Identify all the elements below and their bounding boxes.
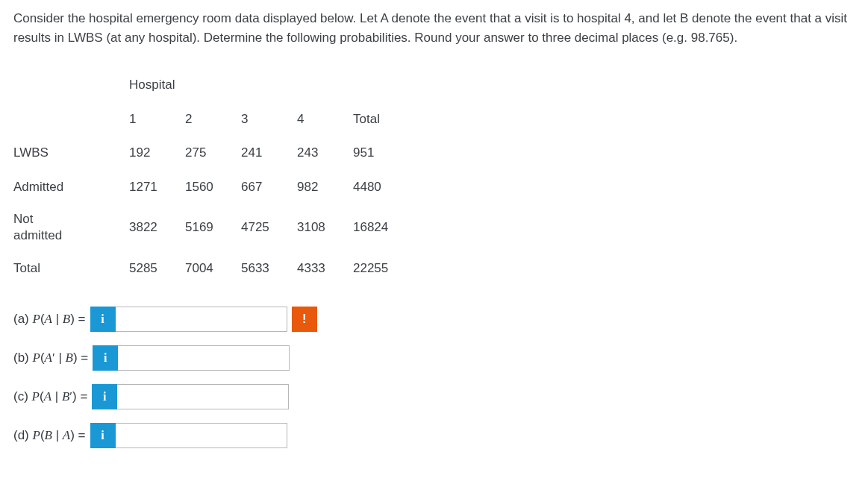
row-label: LWBS	[13, 136, 129, 170]
col-h4: 4	[297, 102, 353, 136]
answer-label-d: (d) P(B | A) =	[13, 426, 86, 445]
cell: 5169	[185, 204, 241, 251]
table-row: Notadmitted 3822 5169 4725 3108 16824	[13, 204, 409, 251]
cell: 243	[297, 136, 353, 170]
table-row: Admitted 1271 1560 667 982 4480	[13, 170, 409, 204]
cell: 241	[241, 136, 297, 170]
answer-label-b: (b) P(A′ | B) =	[13, 348, 88, 368]
col-htotal: Total	[353, 102, 409, 136]
input-group-a: i	[90, 307, 287, 332]
answer-input-b[interactable]	[118, 345, 290, 371]
cell: 4725	[241, 204, 297, 251]
table-row: Total 5285 7004 5633 4333 22255	[13, 251, 409, 286]
cell: 3822	[129, 204, 185, 251]
row-label: Notadmitted	[13, 204, 129, 251]
answer-row-c: (c) P(A | B′) = i	[13, 384, 855, 409]
info-icon[interactable]: i	[92, 384, 117, 409]
cell: 16824	[353, 204, 409, 251]
cell: 5285	[129, 251, 185, 286]
question-text: Consider the hospital emergency room dat…	[13, 9, 855, 47]
hospital-table: Hospital 1 2 3 4 Total LWBS 192 275 241 …	[13, 68, 409, 286]
answer-label-c: (c) P(A | B′) =	[13, 387, 87, 406]
column-header-row: 1 2 3 4 Total	[13, 102, 409, 136]
cell: 667	[241, 170, 297, 204]
answers-block: (a) P(A | B) = i ! (b) P(A′ | B) = i (c)…	[13, 307, 855, 448]
table-superheader: Hospital	[129, 68, 409, 102]
data-table-block: Hospital 1 2 3 4 Total LWBS 192 275 241 …	[13, 68, 855, 286]
cell: 7004	[185, 251, 241, 286]
info-icon[interactable]: i	[93, 345, 118, 371]
cell: 4333	[297, 251, 353, 286]
cell: 1271	[129, 170, 185, 204]
col-h2: 2	[185, 102, 241, 136]
answer-row-b: (b) P(A′ | B) = i	[13, 345, 855, 371]
error-icon: !	[292, 307, 317, 332]
cell: 3108	[297, 204, 353, 251]
answer-input-c[interactable]	[117, 384, 289, 409]
input-group-b: i	[93, 345, 290, 371]
input-group-c: i	[92, 384, 289, 409]
cell: 5633	[241, 251, 297, 286]
cell: 951	[353, 136, 409, 170]
blank-cell	[13, 68, 129, 102]
cell: 4480	[353, 170, 409, 204]
answer-input-d[interactable]	[116, 423, 287, 448]
cell: 275	[185, 136, 241, 170]
answer-input-a[interactable]	[116, 307, 287, 332]
cell: 982	[297, 170, 353, 204]
input-group-d: i	[90, 423, 287, 448]
cell: 192	[129, 136, 185, 170]
cell: 1560	[185, 170, 241, 204]
answer-row-a: (a) P(A | B) = i !	[13, 307, 855, 332]
table-row: LWBS 192 275 241 243 951	[13, 136, 409, 170]
cell: 22255	[353, 251, 409, 286]
answer-label-a: (a) P(A | B) =	[13, 310, 86, 329]
info-icon[interactable]: i	[90, 423, 116, 448]
answer-row-d: (d) P(B | A) = i	[13, 423, 855, 448]
col-h1: 1	[129, 102, 185, 136]
row-label: Admitted	[13, 170, 129, 204]
col-h3: 3	[241, 102, 297, 136]
blank-cell	[13, 102, 129, 136]
info-icon[interactable]: i	[90, 307, 116, 332]
row-label: Total	[13, 251, 129, 286]
